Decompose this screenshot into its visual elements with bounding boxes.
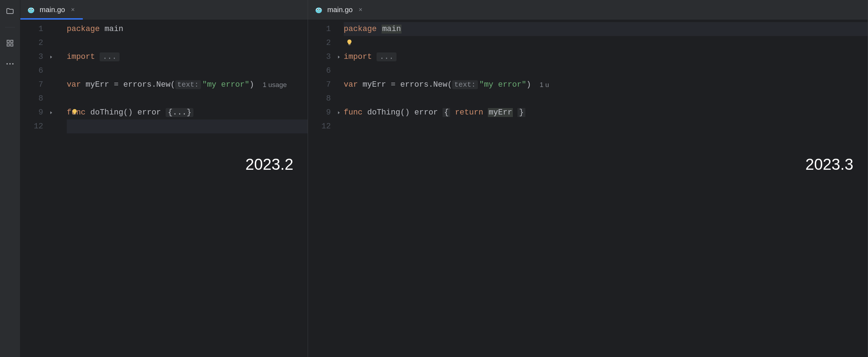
code-token: myErr: [363, 80, 391, 89]
tab-main-go-right[interactable]: main.go ×: [308, 0, 370, 20]
code-line[interactable]: [67, 36, 308, 50]
code-token: doThing: [90, 108, 123, 117]
go-file-icon: [314, 6, 323, 14]
code-token: (: [447, 80, 452, 89]
code-line[interactable]: import ...: [344, 50, 868, 64]
code-line[interactable]: [67, 119, 308, 133]
code-token: =: [391, 80, 400, 89]
code-line[interactable]: func doThing() error { return myErr }: [344, 106, 868, 119]
code-line[interactable]: [67, 92, 308, 106]
editor-area-left[interactable]: 123678912 package mainimport ...var myEr…: [20, 20, 308, 357]
close-icon[interactable]: ×: [69, 6, 76, 14]
tab-bar-left: main.go ×: [20, 0, 308, 20]
code-token: New: [156, 80, 171, 89]
gutter-line: 7: [308, 78, 344, 92]
line-number: 12: [20, 122, 47, 131]
code-token: "my error": [202, 80, 249, 89]
fold-toggle-icon[interactable]: [335, 55, 343, 59]
editor-area-right[interactable]: 123678912 package mainimport ...var myEr…: [308, 20, 868, 357]
line-number: 8: [20, 94, 47, 103]
line-number: 3: [308, 52, 335, 61]
close-icon[interactable]: ×: [357, 6, 364, 14]
code-line[interactable]: func doThing() error {...}: [67, 106, 308, 119]
code-token: import: [67, 52, 100, 61]
code-token: var: [67, 80, 86, 89]
gutter-line: 6: [20, 64, 67, 78]
code-token: text:: [175, 80, 201, 89]
code-line[interactable]: [67, 64, 308, 78]
line-number: 1: [308, 25, 335, 34]
code-token: main: [382, 25, 402, 34]
intention-bulb-icon[interactable]: [346, 39, 353, 48]
tab-label: main.go: [327, 6, 353, 14]
code-token: error: [414, 108, 443, 117]
fold-toggle-icon[interactable]: [335, 111, 343, 115]
code-line[interactable]: package main: [344, 22, 868, 36]
code-line[interactable]: import ...: [67, 50, 308, 64]
code-token: errors: [123, 80, 151, 89]
code-token: doThing: [367, 108, 400, 117]
gutter-line: 7: [20, 78, 67, 92]
go-file-icon: [27, 6, 35, 14]
svg-point-10: [29, 9, 30, 10]
svg-point-6: [12, 63, 14, 65]
code-token: errors: [400, 80, 428, 89]
svg-point-5: [9, 63, 11, 65]
gutter-line: 3: [20, 50, 67, 64]
svg-point-11: [32, 9, 32, 10]
code-line[interactable]: package main: [67, 22, 308, 36]
gutter-line: 8: [20, 92, 67, 106]
code-line[interactable]: var myErr = errors.New(text:"my error")1…: [344, 78, 868, 92]
version-label-right: 2023.3: [805, 155, 853, 173]
gutter-line: 12: [20, 119, 67, 133]
code-token: {: [443, 108, 450, 117]
code-token: .: [429, 80, 433, 89]
usage-hint[interactable]: 1 usage: [263, 81, 287, 89]
tab-label: main.go: [40, 6, 65, 14]
svg-rect-2: [11, 44, 13, 46]
editor-pane-right: main.go × 123678912 package mainimport .…: [308, 0, 868, 357]
code-content-right[interactable]: package mainimport ...var myErr = errors…: [344, 20, 868, 357]
line-number: 6: [20, 66, 47, 75]
code-token: "my error": [479, 80, 526, 89]
gutter-line: 1: [20, 22, 67, 36]
editor-split-view: main.go × 123678912 package mainimport .…: [20, 0, 868, 357]
code-token: myErr: [86, 80, 114, 89]
usage-hint[interactable]: 1 u: [540, 81, 549, 89]
code-line[interactable]: [344, 36, 868, 50]
code-token: myErr: [488, 108, 513, 117]
code-line[interactable]: [344, 64, 868, 78]
tab-main-go-left[interactable]: main.go ×: [20, 0, 83, 20]
line-number: 6: [308, 66, 335, 75]
fold-toggle-icon[interactable]: [47, 111, 55, 115]
line-number: 9: [20, 108, 47, 117]
svg-point-18: [319, 9, 320, 10]
code-token: {...}: [166, 108, 193, 117]
gutter-left: 123678912: [20, 20, 67, 357]
gutter-line: 6: [308, 64, 344, 78]
code-token: package: [344, 25, 382, 34]
line-number: 12: [308, 122, 335, 131]
fold-toggle-icon[interactable]: [47, 55, 55, 59]
code-content-left[interactable]: package mainimport ...var myErr = errors…: [67, 20, 308, 357]
line-number: 2: [20, 39, 47, 47]
project-tool-icon[interactable]: [5, 6, 15, 16]
gutter-line: 9: [308, 106, 344, 119]
line-number: 7: [308, 80, 335, 89]
line-number: 9: [308, 108, 335, 117]
activity-sidebar: [0, 0, 20, 357]
code-line[interactable]: var myErr = errors.New(text:"my error")1…: [67, 78, 308, 92]
code-line[interactable]: [344, 92, 868, 106]
code-line[interactable]: [344, 119, 868, 133]
structure-tool-icon[interactable]: [5, 38, 15, 48]
code-token: [513, 108, 518, 117]
svg-point-19: [318, 11, 319, 11]
code-token: text:: [452, 80, 478, 89]
svg-point-14: [316, 7, 322, 13]
code-token: func: [344, 108, 367, 117]
more-tool-icon[interactable]: [5, 59, 15, 69]
svg-rect-1: [11, 40, 13, 42]
code-token: func: [67, 108, 90, 117]
intention-bulb-icon[interactable]: [71, 108, 78, 118]
line-number: 3: [20, 52, 47, 61]
